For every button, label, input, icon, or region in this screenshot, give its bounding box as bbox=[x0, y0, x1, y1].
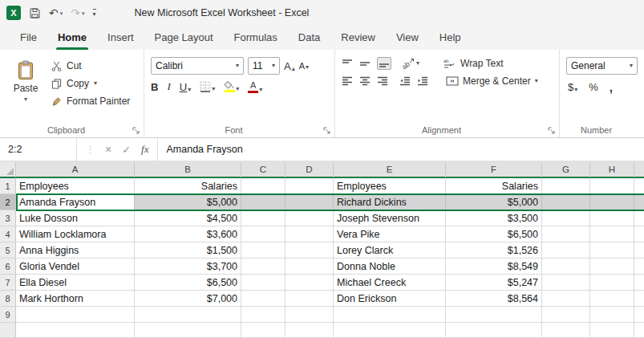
align-middle-button[interactable] bbox=[359, 59, 371, 68]
font-size-select[interactable]: 11 ▾ bbox=[248, 57, 280, 75]
column-header-B[interactable]: B bbox=[135, 162, 241, 178]
align-left-button[interactable] bbox=[342, 76, 353, 86]
tab-page-layout[interactable]: Page Layout bbox=[144, 26, 224, 50]
alignment-dialog-launcher-icon[interactable] bbox=[548, 127, 555, 134]
cell-C8[interactable] bbox=[241, 291, 286, 307]
cell-F8[interactable]: $8,564 bbox=[446, 291, 542, 307]
row-header-1[interactable]: 1 bbox=[0, 178, 16, 194]
font-dialog-launcher-icon[interactable] bbox=[323, 127, 330, 134]
cell-H1[interactable] bbox=[590, 178, 634, 194]
orientation-button[interactable]: ab ▾ bbox=[403, 58, 419, 69]
fill-color-button[interactable]: ▾ bbox=[224, 81, 239, 92]
row-header-2[interactable]: 2 bbox=[0, 194, 16, 210]
cell-D6[interactable] bbox=[286, 259, 334, 275]
name-box[interactable]: 2:2 bbox=[0, 138, 77, 161]
cell-C1[interactable] bbox=[241, 178, 286, 194]
select-all-corner[interactable] bbox=[0, 162, 16, 178]
underline-button[interactable]: U▾ bbox=[180, 81, 191, 93]
cell-B6[interactable]: $3,700 bbox=[135, 259, 241, 275]
cell-A1[interactable]: Employees bbox=[16, 178, 135, 194]
column-header-D[interactable]: D bbox=[286, 162, 334, 178]
row-header-7[interactable]: 7 bbox=[0, 275, 16, 291]
cell-D3[interactable] bbox=[286, 210, 334, 226]
cancel-icon[interactable]: × bbox=[105, 143, 111, 156]
cell-G9[interactable] bbox=[542, 307, 590, 323]
name-box-splitter-icon[interactable]: ⋮ bbox=[86, 145, 95, 155]
enter-icon[interactable]: ✓ bbox=[122, 144, 131, 156]
paste-button[interactable]: Paste ▾ bbox=[6, 55, 45, 107]
tab-insert[interactable]: Insert bbox=[97, 26, 144, 50]
increase-indent-button[interactable] bbox=[417, 76, 428, 86]
decrease-font-size-button[interactable]: A▾ bbox=[299, 61, 309, 71]
cell-A6[interactable]: Gloria Vendel bbox=[16, 259, 135, 275]
cell-D9[interactable] bbox=[286, 307, 334, 323]
cell-F2[interactable]: $5,000 bbox=[446, 194, 542, 210]
save-icon[interactable] bbox=[29, 7, 41, 19]
font-name-select[interactable]: Calibri ▾ bbox=[151, 57, 244, 75]
cell-G4[interactable] bbox=[542, 226, 590, 242]
formula-input[interactable]: Amanda Frayson bbox=[158, 138, 644, 161]
cell-D1[interactable] bbox=[286, 178, 334, 194]
bold-button[interactable]: B bbox=[151, 81, 158, 93]
increase-font-size-button[interactable]: A▴ bbox=[284, 60, 295, 72]
tab-formulas[interactable]: Formulas bbox=[224, 26, 288, 50]
tab-review[interactable]: Review bbox=[330, 26, 386, 50]
excel-app-icon[interactable]: X bbox=[6, 6, 21, 20]
row-header-8[interactable]: 8 bbox=[0, 291, 16, 307]
cell-E4[interactable]: Vera Pike bbox=[334, 226, 446, 242]
cell-A3[interactable]: Luke Dosson bbox=[16, 210, 135, 226]
cell-G7[interactable] bbox=[542, 275, 590, 291]
wrap-text-button[interactable]: ab Wrap Text bbox=[444, 58, 504, 69]
cell-B3[interactable]: $4,500 bbox=[135, 210, 241, 226]
row-header-3[interactable]: 3 bbox=[0, 210, 16, 226]
column-header-G[interactable]: G bbox=[542, 162, 590, 178]
clipboard-dialog-launcher-icon[interactable] bbox=[132, 127, 140, 134]
cell-H3[interactable] bbox=[590, 210, 634, 226]
cell-F9[interactable] bbox=[446, 307, 542, 323]
tab-view[interactable]: View bbox=[386, 26, 429, 50]
cell-D4[interactable] bbox=[286, 226, 334, 242]
cell-G2[interactable] bbox=[542, 194, 590, 210]
cell-D5[interactable] bbox=[286, 242, 334, 259]
row-header-9[interactable]: 9 bbox=[0, 307, 16, 323]
cell-H2[interactable] bbox=[590, 194, 634, 210]
cell-F3[interactable]: $3,500 bbox=[446, 210, 542, 226]
cell-F7[interactable]: $5,247 bbox=[446, 275, 542, 291]
cell-E6[interactable]: Donna Noble bbox=[334, 259, 446, 275]
row-header-5[interactable]: 5 bbox=[0, 242, 16, 259]
cell-A9[interactable] bbox=[16, 307, 135, 323]
cell-C6[interactable] bbox=[241, 259, 286, 275]
cell-D2[interactable] bbox=[286, 194, 334, 210]
borders-button[interactable]: ▾ bbox=[200, 81, 215, 92]
cell-H9[interactable] bbox=[590, 307, 634, 323]
cell-A8[interactable]: Mark Horthorn bbox=[16, 291, 135, 307]
copy-button[interactable]: Copy ▾ bbox=[51, 78, 130, 89]
insert-function-icon[interactable]: fx bbox=[141, 143, 148, 156]
cell-E2[interactable]: Richard Dickins bbox=[334, 194, 446, 210]
cell-F6[interactable]: $8,549 bbox=[446, 259, 542, 275]
cell-E5[interactable]: Lorey Clarck bbox=[334, 242, 446, 259]
accounting-format-button[interactable]: $▾ bbox=[568, 81, 577, 93]
format-painter-button[interactable]: Format Painter bbox=[51, 96, 130, 107]
cell-C2[interactable] bbox=[241, 194, 286, 210]
redo-button[interactable]: ↷▾ bbox=[71, 7, 84, 18]
cell-B1[interactable]: Salaries bbox=[135, 178, 241, 194]
cell-D7[interactable] bbox=[286, 275, 334, 291]
cell-H5[interactable] bbox=[590, 242, 634, 259]
cell-E3[interactable]: Joseph Stevenson bbox=[334, 210, 446, 226]
cell-H6[interactable] bbox=[590, 259, 634, 275]
cell-H8[interactable] bbox=[590, 291, 634, 307]
cell-H7[interactable] bbox=[590, 275, 634, 291]
cell-A5[interactable]: Anna Higgins bbox=[16, 242, 135, 259]
align-right-button[interactable] bbox=[377, 76, 388, 86]
percent-style-button[interactable]: % bbox=[589, 81, 598, 93]
row-header-4[interactable]: 4 bbox=[0, 226, 16, 242]
cell-C5[interactable] bbox=[241, 242, 286, 259]
cut-button[interactable]: Cut bbox=[51, 60, 130, 71]
comma-style-button[interactable]: , bbox=[610, 80, 613, 94]
cell-E1[interactable]: Employees bbox=[334, 178, 446, 194]
cell-H4[interactable] bbox=[590, 226, 634, 242]
cell-G3[interactable] bbox=[542, 210, 590, 226]
cell-C4[interactable] bbox=[241, 226, 286, 242]
cell-B8[interactable]: $7,000 bbox=[135, 291, 241, 307]
